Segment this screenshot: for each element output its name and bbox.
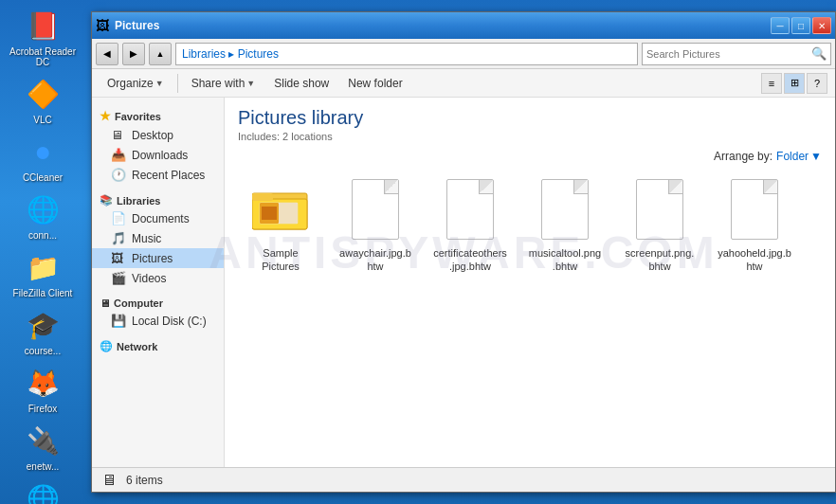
svg-rect-2 <box>252 193 273 201</box>
conn-label: conn... <box>28 230 57 241</box>
minimize-button[interactable]: ─ <box>771 17 790 34</box>
sidebar-item-music[interactable]: 🎵 Music <box>92 228 224 248</box>
file-label-awaychair: awaychair.jpg.bhtw <box>338 246 412 274</box>
content-subtitle: Includes: 2 locations <box>238 131 822 142</box>
status-bar-text: 6 items <box>126 474 163 487</box>
content-title: Pictures library <box>238 107 822 129</box>
desktop-icon-enetwork[interactable]: 🔌 enetw... <box>5 420 81 474</box>
sidebar-item-localdisk[interactable]: 💾 Local Disk (C:) <box>92 311 224 331</box>
desktop-icon-ccleaner[interactable]: ● CCleaner <box>5 131 81 185</box>
arrange-label: Arrange by: <box>714 150 772 163</box>
course-icon: 🎓 <box>24 306 62 344</box>
documents-icon: 📄 <box>111 211 126 225</box>
desktop-icon-chrome[interactable]: 🌐 Google Chrome <box>5 477 81 504</box>
desktop-icon-vlc[interactable]: 🔶 VLC <box>5 73 81 127</box>
file-item-sample-pictures[interactable]: Sample Pictures <box>238 171 323 279</box>
svg-rect-6 <box>279 203 298 224</box>
desktop-icon-course[interactable]: 🎓 course... <box>5 304 81 358</box>
window-icon: 🖼 <box>96 18 111 33</box>
network-section[interactable]: 🌐 Network <box>92 336 224 354</box>
sidebar-item-videos[interactable]: 🎬 Videos <box>92 268 224 288</box>
address-breadcrumb[interactable]: Libraries ▸ Pictures <box>175 43 638 65</box>
sidebar-item-recent[interactable]: 🕐 Recent Places <box>92 165 224 185</box>
desktop-icon-firefox[interactable]: 🦊 Firefox <box>5 362 81 416</box>
desktop-icon-acrobat[interactable]: 📕 Acrobat Reader DC <box>5 5 81 69</box>
explorer-window: 🖼 Pictures ─ □ ✕ ◀ ▶ ▲ Libraries ▸ Pictu… <box>91 11 836 493</box>
organize-button[interactable]: Organize ▼ <box>100 74 172 93</box>
content-area: Pictures library Includes: 2 locations A… <box>225 98 835 467</box>
recent-icon: 🕐 <box>111 168 126 182</box>
search-input[interactable] <box>646 48 811 60</box>
firefox-label: Firefox <box>28 404 58 414</box>
desktop-icons: 📕 Acrobat Reader DC 🔶 VLC ● CCleaner 🌐 c… <box>0 0 90 504</box>
ccleaner-icon: ● <box>24 133 62 171</box>
file-label-certificate: certificateothers.jpg.bhtw <box>433 246 507 274</box>
back-button[interactable]: ◀ <box>96 43 118 65</box>
sidebar-item-pictures[interactable]: 🖼 Pictures <box>92 248 224 268</box>
generic-file-icon <box>352 179 399 240</box>
sidebar-item-downloads[interactable]: 📥 Downloads <box>92 145 224 165</box>
svg-rect-5 <box>262 207 277 220</box>
computer-icon: 🖥 <box>100 297 110 309</box>
sidebar-item-documents[interactable]: 📄 Documents <box>92 208 224 228</box>
status-bar: 🖥 6 items <box>92 467 835 492</box>
generic-file-icon-5 <box>731 179 778 240</box>
close-button[interactable]: ✕ <box>812 17 831 34</box>
organize-arrow: ▼ <box>155 79 164 88</box>
file-item-awaychair[interactable]: awaychair.jpg.bhtw <box>333 171 418 279</box>
maximize-button[interactable]: □ <box>791 17 810 34</box>
file-grid: Sample Pictures awaychair.jpg.bhtw certi… <box>238 171 822 279</box>
desktop-icon-filezilla[interactable]: 📁 FileZilla Client <box>5 246 81 300</box>
pictures-icon: 🖼 <box>111 251 126 265</box>
main-area: ★ Favorites 🖥 Desktop 📥 Downloads 🕐 Rece… <box>92 98 835 467</box>
file-label-screenput: screenput.png.bhtw <box>623 246 697 274</box>
new-folder-button[interactable]: New folder <box>340 74 409 93</box>
status-bar-icon: 🖥 <box>101 472 117 489</box>
toolbar-separator-1 <box>177 74 178 93</box>
generic-file-icon-3 <box>541 179 589 240</box>
generic-file-icon-4 <box>636 179 683 240</box>
forward-button[interactable]: ▶ <box>122 43 145 65</box>
view-medium-button[interactable]: ⊞ <box>784 73 805 94</box>
conn-icon: 🌐 <box>24 190 62 228</box>
chrome-icon: 🌐 <box>24 479 62 504</box>
search-icon[interactable]: 🔍 <box>811 46 827 61</box>
acrobat-icon: 📕 <box>24 7 62 45</box>
course-label: course... <box>25 346 61 356</box>
file-item-musicaltool[interactable]: musicaltool.png.bhtw <box>522 171 608 279</box>
title-bar: 🖼 Pictures ─ □ ✕ <box>92 12 835 39</box>
music-icon: 🎵 <box>111 231 126 245</box>
arrange-value[interactable]: Folder ▼ <box>776 150 822 163</box>
filezilla-icon: 📁 <box>24 248 62 286</box>
sidebar-item-desktop[interactable]: 🖥 Desktop <box>92 125 224 145</box>
help-button[interactable]: ? <box>807 73 827 94</box>
address-bar: ◀ ▶ ▲ Libraries ▸ Pictures 🔍 <box>92 39 835 69</box>
enetwork-label: enetw... <box>27 461 59 472</box>
slide-show-button[interactable]: Slide show <box>266 74 336 93</box>
sidebar: ★ Favorites 🖥 Desktop 📥 Downloads 🕐 Rece… <box>92 98 225 467</box>
file-item-screenput[interactable]: screenput.png.bhtw <box>617 171 702 279</box>
desktop-icon-conn[interactable]: 🌐 conn... <box>5 189 81 243</box>
arrange-bar: Arrange by: Folder ▼ <box>238 150 822 163</box>
file-label-musicaltool: musicaltool.png.bhtw <box>528 246 602 274</box>
file-icon-screenput <box>629 176 690 243</box>
file-item-yahooheld[interactable]: yahooheld.jpg.bhtw <box>712 171 797 279</box>
videos-icon: 🎬 <box>111 271 126 285</box>
vlc-icon: 🔶 <box>24 75 62 113</box>
view-small-button[interactable]: ≡ <box>761 73 782 94</box>
favorites-section[interactable]: ★ Favorites <box>92 105 224 125</box>
share-with-button[interactable]: Share with ▼ <box>184 74 264 93</box>
libraries-section[interactable]: 📚 Libraries <box>92 190 224 208</box>
up-button[interactable]: ▲ <box>149 43 172 65</box>
computer-section[interactable]: 🖥 Computer <box>92 294 224 311</box>
content-header: Pictures library Includes: 2 locations <box>238 107 822 142</box>
vlc-label: VLC <box>33 115 51 125</box>
desktop-icon-sidebar: 🖥 <box>111 128 126 142</box>
toolbar: Organize ▼ Share with ▼ Slide show New f… <box>92 69 835 98</box>
firefox-icon: 🦊 <box>24 364 62 402</box>
ccleaner-label: CCleaner <box>23 172 63 183</box>
enetwork-icon: 🔌 <box>24 422 62 459</box>
acrobat-label: Acrobat Reader DC <box>7 46 79 67</box>
file-icon-awaychair <box>345 176 406 243</box>
file-item-certificate[interactable]: certificateothers.jpg.bhtw <box>427 171 513 279</box>
